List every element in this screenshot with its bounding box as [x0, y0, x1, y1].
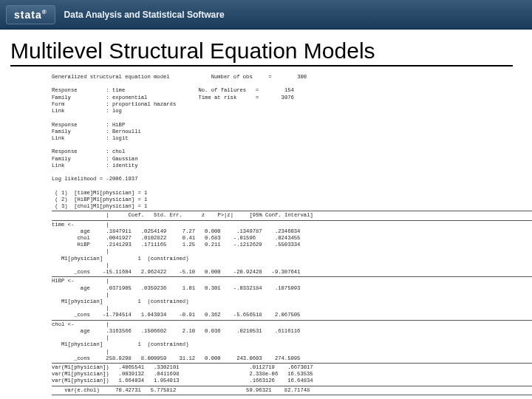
fam3-value: : Gaussian [106, 156, 137, 162]
fam2-label: Family [52, 129, 71, 134]
row-cons-time: _cons -15.11604 2.962422 -5.10 0.000 -20… [52, 269, 300, 275]
table-rule [52, 211, 532, 211]
link2-label: Link [52, 135, 64, 141]
hdr-ci: [95% Conf. Interval] [250, 212, 313, 218]
model-title: Generalized structural equation model [52, 74, 170, 80]
form1-value: : proportional hazards [106, 101, 176, 107]
table-rule-6 [52, 386, 532, 386]
constraint-1: ( 1) [time]M1[physician] = 1 [52, 190, 147, 196]
fam1-label: Family [52, 95, 71, 100]
logo-registered: ® [42, 9, 47, 16]
hdr-se: Std. Err. [154, 212, 183, 218]
row-mphys-chol: M1[physician] 1 (constrained) [61, 341, 189, 347]
section-chol: chol <- [52, 321, 74, 327]
table-rule-2 [52, 220, 532, 221]
row-cons-chol: _cons 258.9298 8.000959 31.12 0.000 243.… [52, 355, 300, 361]
resp3-value: : chol [106, 149, 125, 154]
stata-output: Generalized structural equation model Nu… [52, 74, 532, 395]
nobs-label: Number of obs [211, 74, 253, 80]
row-vare: var(e.chol) 70.42731 5.775812 59.96321 8… [52, 387, 310, 393]
resp1-value: : time [106, 87, 125, 93]
form1-label: Form [52, 101, 64, 107]
row-var1: var(M1[physician]) .4065541 .3302101 .01… [52, 364, 313, 370]
ll-value: -2006.1937 [106, 176, 137, 182]
row-age-time: age .1847911 .0254149 7.27 0.000 .134978… [52, 228, 300, 234]
nobs-value: 300 [297, 74, 307, 80]
link2-value: : logit [106, 135, 128, 141]
fam2-value: : Bernoulli [106, 129, 140, 134]
resp3-label: Response [52, 149, 78, 154]
row-var2: var(M1[physician]) .0039132 .0411698 2.3… [52, 371, 313, 377]
hdr-p: P>|z| [217, 212, 233, 218]
tagline-text: Data Analysis and Statistical Software [64, 10, 225, 20]
table-rule-4 [52, 320, 532, 321]
section-hibp: HiBP <- [52, 278, 74, 284]
trisk-label: Time at risk [198, 95, 236, 100]
resp1-label: Response [52, 87, 78, 93]
app-header: stata® Data Analysis and Statistical Sof… [0, 0, 532, 30]
table-rule-7 [52, 395, 532, 395]
row-age-chol: age .3163566 .1506602 2.10 0.036 .021053… [52, 328, 300, 334]
ll-label: Log likelihood = [52, 176, 106, 182]
row-hibp-time: HiBP .2141293 .1711165 1.25 0.211 -.1212… [52, 242, 300, 248]
section-time: time <- [52, 222, 74, 228]
row-chol-time: chol .0041927 .0102822 0.41 0.683 -.0159… [52, 235, 300, 241]
resp2-value: : HiBP [106, 122, 125, 128]
hdr-z: z [202, 212, 205, 218]
trisk-value: 3076 [282, 95, 294, 100]
link1-label: Link [52, 108, 64, 114]
fam1-value: : exponential [106, 95, 147, 100]
link3-value: : identity [106, 163, 137, 168]
row-cons-hibp: _cons -1.794514 1.943934 -0.91 0.362 -5.… [52, 312, 300, 318]
row-var3: var(M1[physician]) 1.664034 1.954913 .16… [52, 378, 313, 383]
logo-text: stata [14, 9, 42, 21]
resp2-label: Response [52, 122, 78, 128]
nfail-label: No. of failures [198, 87, 246, 93]
hdr-coef: Coef. [129, 212, 145, 218]
nfail-value: 154 [284, 87, 294, 93]
stata-logo: stata® [6, 5, 55, 24]
link1-value: : log [106, 108, 122, 114]
row-mphys-time: M1[physician] 1 (constrained) [61, 256, 189, 262]
fam3-label: Family [52, 156, 71, 162]
slide-title: Multilevel Structural Equation Models [10, 38, 513, 66]
row-age-hibp: age .0371905 .0359236 1.01 0.301 -.03321… [52, 285, 300, 291]
table-rule-3 [52, 276, 532, 277]
constraint-3: ( 3) [chol]M1[physician] = 1 [52, 203, 147, 209]
constraint-2: ( 2) [HiBP]M1[physician] = 1 [52, 197, 147, 202]
link3-label: Link [52, 163, 64, 168]
table-rule-5 [52, 363, 532, 364]
row-mphys-hibp: M1[physician] 1 (constrained) [61, 299, 189, 304]
